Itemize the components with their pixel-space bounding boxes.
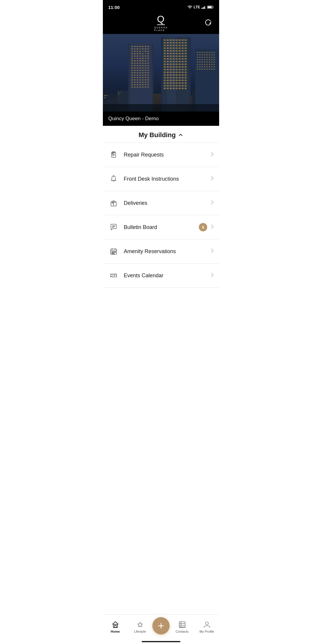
svg-rect-131 <box>137 82 138 83</box>
svg-rect-96 <box>137 70 138 71</box>
svg-rect-21 <box>118 94 119 95</box>
svg-rect-89 <box>137 67 138 69</box>
refresh-icon <box>204 19 212 27</box>
svg-rect-287 <box>182 82 184 84</box>
svg-rect-282 <box>167 82 169 84</box>
svg-rect-39 <box>134 51 136 52</box>
svg-rect-230 <box>179 64 181 65</box>
svg-rect-356 <box>202 66 203 67</box>
svg-rect-283 <box>170 82 172 84</box>
svg-rect-197 <box>176 53 178 54</box>
svg-rect-216 <box>185 58 187 60</box>
svg-rect-247 <box>182 69 184 70</box>
menu-item-bulletin-board[interactable]: Bulletin Board 5 <box>103 215 219 239</box>
svg-rect-113 <box>145 75 146 76</box>
refresh-button[interactable] <box>203 18 213 29</box>
svg-rect-184 <box>185 47 187 49</box>
svg-rect-195 <box>170 53 172 54</box>
app-logo: Q QUEENSPLACE <box>154 14 168 32</box>
svg-rect-93 <box>147 67 149 69</box>
svg-rect-139 <box>139 84 141 85</box>
svg-rect-294 <box>179 85 181 86</box>
svg-rect-17 <box>106 95 108 96</box>
svg-rect-70 <box>142 60 144 61</box>
svg-rect-36 <box>145 48 146 49</box>
battery-icon <box>207 5 214 9</box>
svg-rect-110 <box>137 75 138 76</box>
svg-rect-183 <box>182 47 184 49</box>
svg-rect-72 <box>147 60 149 61</box>
status-bar: 11:00 LTE <box>103 0 219 13</box>
svg-rect-289 <box>164 85 166 86</box>
svg-rect-173 <box>176 45 178 46</box>
svg-rect-167 <box>182 42 184 44</box>
svg-rect-133 <box>142 82 144 83</box>
svg-rect-44 <box>147 51 149 52</box>
svg-rect-81 <box>134 65 136 66</box>
svg-rect-220 <box>173 61 175 62</box>
svg-rect-172 <box>173 45 175 46</box>
svg-rect-160 <box>185 39 187 41</box>
svg-rect-176 <box>185 45 187 46</box>
svg-rect-290 <box>167 85 169 86</box>
svg-rect-84 <box>142 65 144 66</box>
menu-item-deliveries[interactable]: Deliveries <box>103 191 219 215</box>
svg-rect-31 <box>131 48 133 49</box>
svg-rect-106 <box>145 72 146 73</box>
svg-rect-251 <box>170 72 172 73</box>
menu-item-front-desk[interactable]: Front Desk Instructions <box>103 167 219 191</box>
menu-item-repair-requests[interactable]: Repair Requests <box>103 143 219 167</box>
svg-rect-153 <box>164 39 166 41</box>
svg-rect-210 <box>167 58 169 60</box>
svg-rect-317 <box>204 54 205 55</box>
svg-rect-75 <box>137 63 138 64</box>
svg-rect-330 <box>197 59 198 60</box>
svg-rect-295 <box>182 85 184 86</box>
svg-rect-109 <box>134 75 136 76</box>
svg-rect-203 <box>170 55 172 57</box>
svg-rect-206 <box>179 55 181 57</box>
svg-rect-319 <box>209 54 210 55</box>
svg-rect-200 <box>185 53 187 54</box>
svg-rect-241 <box>164 69 166 70</box>
svg-rect-171 <box>170 45 172 46</box>
chevron-up-icon <box>178 132 183 138</box>
svg-rect-48 <box>139 53 141 54</box>
svg-rect-234 <box>167 66 169 68</box>
svg-rect-64 <box>145 58 146 59</box>
svg-rect-178 <box>167 47 169 49</box>
svg-rect-155 <box>170 39 172 41</box>
svg-rect-343 <box>209 61 210 63</box>
svg-rect-24 <box>131 46 133 47</box>
svg-rect-227 <box>170 64 172 65</box>
repair-requests-label: Repair Requests <box>124 152 210 158</box>
svg-rect-331 <box>199 59 201 60</box>
svg-rect-271 <box>182 77 184 78</box>
svg-rect-142 <box>147 84 149 85</box>
svg-rect-239 <box>182 66 184 68</box>
svg-rect-389 <box>115 252 116 253</box>
my-building-header[interactable]: My Building <box>103 126 219 143</box>
menu-item-events-calendar[interactable]: Events Calendar <box>103 264 219 288</box>
svg-rect-370 <box>103 104 219 112</box>
svg-rect-284 <box>173 82 175 84</box>
svg-rect-366 <box>206 69 208 70</box>
svg-rect-137 <box>134 84 136 85</box>
svg-rect-344 <box>211 61 213 63</box>
box-icon <box>108 198 119 208</box>
svg-rect-182 <box>179 47 181 49</box>
svg-rect-209 <box>164 58 166 60</box>
svg-rect-198 <box>179 53 181 54</box>
svg-rect-202 <box>167 55 169 57</box>
svg-rect-99 <box>145 70 146 71</box>
svg-rect-269 <box>176 77 178 78</box>
menu-item-amenity-reservations[interactable]: Amenity Reservations <box>103 239 219 264</box>
svg-rect-246 <box>179 69 181 70</box>
svg-rect-275 <box>170 80 172 81</box>
svg-rect-299 <box>170 88 172 89</box>
svg-rect-169 <box>164 45 166 46</box>
chevron-right-icon-3 <box>211 200 214 206</box>
svg-rect-122 <box>131 79 133 80</box>
svg-rect-86 <box>147 65 149 66</box>
svg-rect-222 <box>179 61 181 62</box>
